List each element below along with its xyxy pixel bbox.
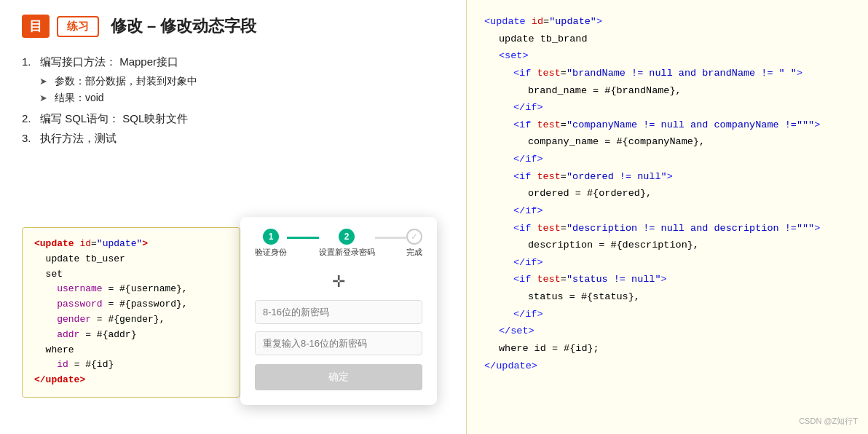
step-label-2: 设置新登录密码 <box>319 247 375 258</box>
stepper: 1 验证身份 2 设置新登录密码 ✓ 完成 <box>255 229 422 258</box>
step-3: ✓ 完成 <box>406 229 422 258</box>
password-dialog: 1 验证身份 2 设置新登录密码 ✓ 完成 ✛ 确定 <box>240 217 437 405</box>
step-line-inactive <box>375 237 407 239</box>
code-line: <if test="status != null"> <box>484 271 851 288</box>
code-line: update tb_brand <box>484 31 851 48</box>
header: 目 练习 修改 – 修改动态字段 <box>22 15 444 38</box>
new-password-input[interactable] <box>255 300 422 324</box>
code-line: where id = #{id}; <box>484 340 851 358</box>
code-line: addr = #{addr} <box>34 328 228 343</box>
right-code-block: <update id="update"> update tb_brand <se… <box>484 13 851 374</box>
code-line: set <box>34 267 228 283</box>
page-title: 修改 – 修改动态字段 <box>111 15 256 37</box>
content-list: 1. 编写接口方法： Mapper接口 ➤ 参数：部分数据，封装到对象中 ➤ 结… <box>22 55 444 146</box>
code-line: </if> <box>484 254 851 272</box>
code-line: status = #{status}, <box>484 288 851 306</box>
code-line: <set> <box>484 47 851 65</box>
step-label-1: 验证身份 <box>255 247 287 258</box>
code-line: <if test="companyName != null and compan… <box>484 117 851 134</box>
list-item-1a: ➤ 参数：部分数据，封装到对象中 <box>22 75 444 88</box>
code-line: <if test="description != null and descri… <box>484 220 851 237</box>
list-item-3: 3. 执行方法，测试 <box>22 132 444 146</box>
code-line: </if> <box>484 306 851 323</box>
code-line: username = #{username}, <box>34 282 228 297</box>
code-line: ordered = #{ordered}, <box>484 185 851 202</box>
code-line: <update id="update"> <box>484 13 851 31</box>
list-item-1: 1. 编写接口方法： Mapper接口 <box>22 55 444 69</box>
code-line: password = #{password}, <box>34 297 228 312</box>
step-line-active <box>287 237 319 239</box>
code-line: description = #{description}, <box>484 237 851 254</box>
code-line: </if> <box>484 151 851 168</box>
code-line: </if> <box>484 99 851 117</box>
step-circle-2: 2 <box>339 229 355 245</box>
step-circle-3: ✓ <box>406 229 422 245</box>
list-item-1b: ➤ 结果：void <box>22 92 444 105</box>
code-line: <if test="ordered != null"> <box>484 168 851 186</box>
code-line: </set> <box>484 323 851 340</box>
step-circle-1: 1 <box>263 229 279 245</box>
badge-icon: 目 <box>22 15 50 38</box>
confirm-button[interactable]: 确定 <box>255 364 422 390</box>
code-line: <if test="brandName != null and brandNam… <box>484 65 851 82</box>
watermark: CSDN @Z知行T <box>799 416 858 427</box>
code-line: </update> <box>34 373 228 388</box>
code-line: update tb_user <box>34 252 228 267</box>
step-label-3: 完成 <box>406 247 422 258</box>
code-line: <update id="update"> <box>34 237 228 252</box>
cursor-icon: ✛ <box>255 272 422 291</box>
code-line: brand_name = #{brandName}, <box>484 82 851 100</box>
code-line: </if> <box>484 202 851 220</box>
code-line: company_name = #{companyName}, <box>484 133 851 151</box>
confirm-password-input[interactable] <box>255 331 422 355</box>
left-code-block: <update id="update"> update tb_user set … <box>22 227 240 398</box>
step-2: 2 设置新登录密码 <box>319 229 375 258</box>
left-panel: 目 练习 修改 – 修改动态字段 1. 编写接口方法： Mapper接口 ➤ 参… <box>0 0 466 434</box>
list-item-2: 2. 编写 SQL语句： SQL映射文件 <box>22 112 444 126</box>
code-line: id = #{id} <box>34 358 228 373</box>
header-label: 练习 <box>57 16 99 37</box>
right-panel: <update id="update"> update tb_brand <se… <box>466 0 868 434</box>
code-line: </update> <box>484 358 851 375</box>
step-1: 1 验证身份 <box>255 229 287 258</box>
code-line: where <box>34 343 228 358</box>
code-line: gender = #{gender}, <box>34 312 228 328</box>
